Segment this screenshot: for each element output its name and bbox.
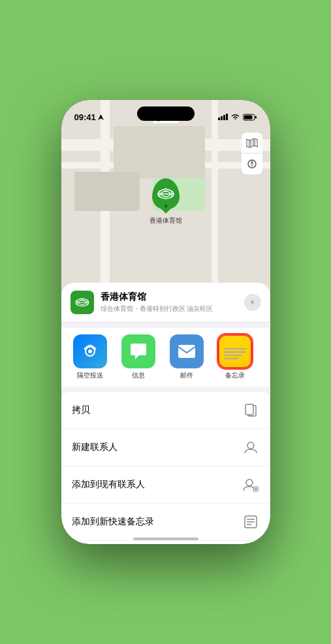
svg-rect-3 bbox=[223, 115, 225, 120]
stadium-icon bbox=[157, 187, 174, 201]
quick-note-icon bbox=[242, 513, 260, 531]
action-copy-label: 拷贝 bbox=[72, 404, 90, 416]
home-indicator bbox=[133, 538, 198, 540]
wifi-icon bbox=[231, 114, 240, 120]
share-row: 隔空投送 信息 bbox=[61, 328, 270, 387]
svg-rect-7 bbox=[244, 115, 252, 119]
location-icon bbox=[98, 114, 104, 120]
action-list: 拷贝 新建联系人 bbox=[61, 392, 270, 544]
messages-icon bbox=[121, 334, 155, 368]
action-item-copy[interactable]: 拷贝 bbox=[61, 392, 270, 429]
mail-label: 邮件 bbox=[180, 371, 193, 380]
dynamic-island bbox=[137, 106, 195, 121]
action-item-new-contact[interactable]: 新建联系人 bbox=[61, 429, 270, 466]
mail-icon bbox=[170, 334, 204, 368]
notes-lines-decoration bbox=[221, 344, 249, 359]
venue-name-label: 香港体育馆 bbox=[150, 216, 182, 225]
action-add-contact-label: 添加到现有联系人 bbox=[72, 479, 145, 491]
notes-icon bbox=[218, 334, 252, 368]
venue-card-logo bbox=[71, 291, 94, 314]
notes-label: 备忘录 bbox=[225, 371, 245, 380]
messages-symbol bbox=[129, 342, 148, 361]
action-item-quick-note[interactable]: 添加到新快速备忘录 bbox=[61, 504, 270, 541]
venue-card-desc: 综合体育馆・香港特别行政区 油尖旺区 bbox=[101, 304, 238, 314]
svg-point-26 bbox=[88, 349, 92, 353]
mail-symbol bbox=[177, 344, 197, 359]
share-item-more[interactable]: 推 bbox=[260, 334, 270, 380]
map-icon bbox=[246, 138, 258, 148]
action-quick-note-label: 添加到新快速备忘录 bbox=[72, 516, 154, 528]
svg-rect-29 bbox=[245, 404, 253, 415]
svg-point-30 bbox=[247, 442, 254, 449]
venue-card-info: 香港体育馆 综合体育馆・香港特别行政区 油尖旺区 bbox=[101, 291, 238, 314]
svg-marker-0 bbox=[98, 114, 104, 120]
status-icons bbox=[218, 114, 257, 121]
share-item-notes[interactable]: 备忘录 bbox=[212, 334, 259, 380]
map-area: 🚇 南口 bbox=[61, 100, 270, 302]
venue-card: 香港体育馆 综合体育馆・香港特别行政区 油尖旺区 × bbox=[61, 283, 270, 323]
map-type-button[interactable] bbox=[242, 133, 262, 153]
venue-pin[interactable]: 香港体育馆 bbox=[150, 178, 182, 225]
action-new-contact-label: 新建联系人 bbox=[72, 442, 118, 453]
venue-card-name: 香港体育馆 bbox=[101, 291, 238, 303]
messages-label: 信息 bbox=[132, 371, 145, 380]
new-contact-icon bbox=[242, 438, 260, 457]
svg-rect-6 bbox=[255, 116, 257, 118]
map-controls bbox=[242, 133, 262, 174]
phone-screen: 09:41 bbox=[61, 100, 270, 544]
svg-point-24 bbox=[82, 298, 83, 299]
add-contact-icon bbox=[242, 475, 260, 494]
share-item-airdrop[interactable]: 隔空投送 bbox=[67, 334, 114, 380]
share-item-messages[interactable]: 信息 bbox=[115, 334, 162, 380]
battery-icon bbox=[243, 114, 257, 121]
svg-rect-2 bbox=[221, 116, 223, 120]
copy-icon bbox=[242, 401, 260, 419]
status-time: 09:41 bbox=[74, 112, 104, 122]
action-item-print[interactable]: 打印 bbox=[61, 541, 270, 544]
venue-card-close-button[interactable]: × bbox=[244, 294, 261, 311]
phone-frame: 09:41 bbox=[61, 100, 270, 544]
venue-pin-icon bbox=[152, 178, 180, 210]
action-item-add-contact[interactable]: 添加到现有联系人 bbox=[61, 466, 270, 504]
airdrop-symbol bbox=[81, 342, 99, 361]
svg-point-31 bbox=[246, 479, 253, 486]
clock: 09:41 bbox=[74, 112, 96, 122]
svg-rect-27 bbox=[178, 345, 195, 358]
location-button[interactable] bbox=[242, 153, 262, 174]
airdrop-icon bbox=[73, 334, 107, 368]
bottom-sheet: 香港体育馆 综合体育馆・香港特别行政区 油尖旺区 × bbox=[61, 283, 270, 544]
svg-point-17 bbox=[165, 189, 166, 190]
airdrop-label: 隔空投送 bbox=[77, 371, 103, 380]
signal-icon bbox=[218, 114, 228, 120]
svg-rect-4 bbox=[226, 114, 228, 120]
svg-rect-1 bbox=[218, 118, 220, 120]
venue-logo-icon bbox=[75, 297, 89, 308]
share-item-mail[interactable]: 邮件 bbox=[163, 334, 210, 380]
compass-icon bbox=[247, 159, 257, 169]
